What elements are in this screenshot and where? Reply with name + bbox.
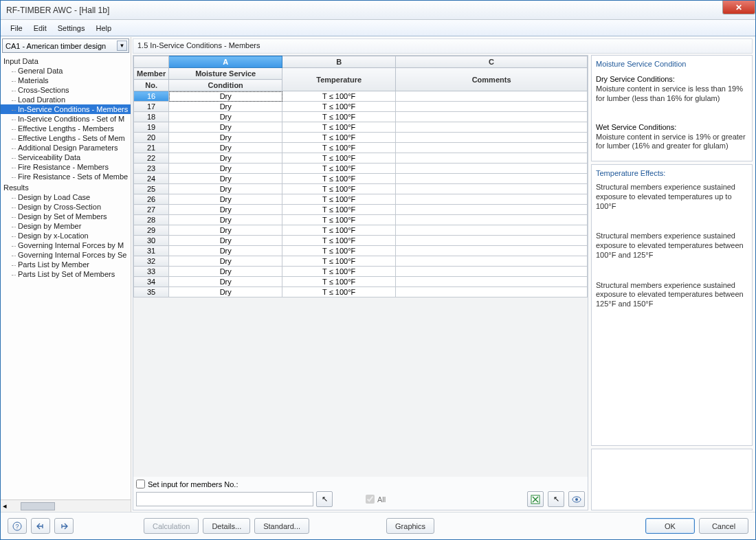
cell[interactable] bbox=[396, 91, 588, 102]
cell[interactable]: Dry bbox=[169, 256, 282, 267]
menu-settings[interactable]: Settings bbox=[52, 21, 91, 35]
view-toggle-button[interactable] bbox=[568, 491, 585, 507]
nav-prev-button[interactable] bbox=[31, 518, 50, 534]
cell[interactable]: T ≤ 100°F bbox=[282, 184, 396, 194]
details-button[interactable]: Details... bbox=[203, 518, 250, 534]
cell[interactable]: T ≤ 100°F bbox=[282, 153, 396, 164]
scroll-thumb[interactable] bbox=[21, 502, 55, 510]
row-header[interactable]: 26 bbox=[134, 194, 169, 205]
table-row[interactable]: 17DryT ≤ 100°F bbox=[134, 102, 588, 112]
table-row[interactable]: 20DryT ≤ 100°F bbox=[134, 133, 588, 143]
tree-item[interactable]: Fire Resistance - Sets of Membe bbox=[1, 172, 131, 181]
cell[interactable]: Dry bbox=[169, 277, 282, 287]
cell[interactable]: Dry bbox=[169, 215, 282, 225]
standard-button[interactable]: Standard... bbox=[254, 518, 309, 534]
tree-item[interactable]: Design by x-Location bbox=[1, 231, 131, 240]
row-header[interactable]: 33 bbox=[134, 267, 169, 277]
table-row[interactable]: 24DryT ≤ 100°F bbox=[134, 174, 588, 184]
cell[interactable] bbox=[396, 143, 588, 153]
row-header[interactable]: 17 bbox=[134, 102, 169, 112]
pick-view-button[interactable]: ↖ bbox=[548, 491, 564, 507]
row-header[interactable]: 25 bbox=[134, 184, 169, 194]
row-header[interactable]: 35 bbox=[134, 287, 169, 297]
cell[interactable] bbox=[396, 277, 588, 287]
tree-item[interactable]: Parts List by Set of Members bbox=[1, 269, 131, 279]
tree-item[interactable]: Design by Member bbox=[1, 221, 131, 231]
table-row[interactable]: 25DryT ≤ 100°F bbox=[134, 184, 588, 194]
cell[interactable]: Dry bbox=[169, 236, 282, 246]
cell[interactable]: Dry bbox=[169, 102, 282, 112]
table-row[interactable]: 34DryT ≤ 100°F bbox=[134, 277, 588, 287]
cell[interactable]: T ≤ 100°F bbox=[282, 143, 396, 153]
tree-item[interactable]: In-Service Conditions - Set of M bbox=[1, 114, 131, 124]
table-row[interactable]: 22DryT ≤ 100°F bbox=[134, 153, 588, 164]
cell[interactable] bbox=[396, 174, 588, 184]
tree-item[interactable]: Design by Cross-Section bbox=[1, 202, 131, 212]
cell[interactable]: Dry bbox=[169, 133, 282, 143]
row-header[interactable]: 31 bbox=[134, 246, 169, 256]
cell[interactable]: Dry bbox=[169, 112, 282, 122]
cell[interactable] bbox=[396, 205, 588, 215]
tree-group-label[interactable]: Input Data bbox=[1, 56, 131, 66]
tree-item[interactable]: Effective Lengths - Members bbox=[1, 124, 131, 133]
row-header[interactable]: 29 bbox=[134, 225, 169, 236]
row-header[interactable]: 23 bbox=[134, 164, 169, 174]
tree-item[interactable]: Governing Internal Forces by Se bbox=[1, 250, 131, 260]
cell[interactable]: T ≤ 100°F bbox=[282, 102, 396, 112]
menu-file[interactable]: File bbox=[5, 21, 28, 35]
cancel-button[interactable]: Cancel bbox=[699, 518, 748, 534]
col-letter-c[interactable]: C bbox=[396, 56, 588, 68]
cell[interactable]: Dry bbox=[169, 174, 282, 184]
cell[interactable] bbox=[396, 287, 588, 297]
cell[interactable]: T ≤ 100°F bbox=[282, 112, 396, 122]
col-letter-b[interactable]: B bbox=[282, 56, 396, 68]
cell[interactable] bbox=[396, 267, 588, 277]
cell[interactable] bbox=[396, 246, 588, 256]
table-row[interactable]: 21DryT ≤ 100°F bbox=[134, 143, 588, 153]
calculation-button[interactable]: Calculation bbox=[144, 518, 199, 534]
export-excel-button[interactable] bbox=[527, 491, 544, 507]
cell[interactable] bbox=[396, 215, 588, 225]
all-checkbox[interactable] bbox=[366, 495, 375, 504]
cell[interactable]: Dry bbox=[169, 246, 282, 256]
row-header[interactable]: 21 bbox=[134, 143, 169, 153]
cell[interactable]: Dry bbox=[169, 122, 282, 133]
cell[interactable] bbox=[396, 194, 588, 205]
table-row[interactable]: 29DryT ≤ 100°F bbox=[134, 225, 588, 236]
set-input-checkbox[interactable] bbox=[136, 480, 145, 488]
cell[interactable]: T ≤ 100°F bbox=[282, 236, 396, 246]
table-row[interactable]: 33DryT ≤ 100°F bbox=[134, 267, 588, 277]
cell[interactable]: T ≤ 100°F bbox=[282, 246, 396, 256]
cell[interactable]: T ≤ 100°F bbox=[282, 287, 396, 297]
table-row[interactable]: 31DryT ≤ 100°F bbox=[134, 246, 588, 256]
tree-item[interactable]: Cross-Sections bbox=[1, 85, 131, 95]
tree-item[interactable]: Effective Lengths - Sets of Mem bbox=[1, 133, 131, 143]
tree-item[interactable]: Governing Internal Forces by M bbox=[1, 240, 131, 250]
cell[interactable] bbox=[396, 184, 588, 194]
cell[interactable]: T ≤ 100°F bbox=[282, 164, 396, 174]
tree-group-label[interactable]: Results bbox=[1, 183, 131, 192]
row-header[interactable]: 28 bbox=[134, 215, 169, 225]
cell[interactable]: T ≤ 100°F bbox=[282, 91, 396, 102]
tree-item[interactable]: Design by Load Case bbox=[1, 192, 131, 202]
tree-item[interactable]: Parts List by Member bbox=[1, 260, 131, 269]
cell[interactable] bbox=[396, 133, 588, 143]
tree-item[interactable]: Serviceability Data bbox=[1, 153, 131, 162]
row-header[interactable]: 16 bbox=[134, 91, 169, 102]
menu-help[interactable]: Help bbox=[90, 21, 117, 35]
row-header[interactable]: 22 bbox=[134, 153, 169, 164]
case-combo[interactable]: CA1 - American timber design ▼ bbox=[2, 38, 129, 53]
pick-members-button[interactable]: ↖ bbox=[316, 491, 333, 507]
menu-edit[interactable]: Edit bbox=[28, 21, 52, 35]
table-row[interactable]: 23DryT ≤ 100°F bbox=[134, 164, 588, 174]
tree-item[interactable]: Load Duration bbox=[1, 95, 131, 104]
sidebar-hscroll[interactable]: ◂ bbox=[1, 499, 131, 512]
cell[interactable]: Dry bbox=[169, 225, 282, 236]
table-row[interactable]: 30DryT ≤ 100°F bbox=[134, 236, 588, 246]
row-header[interactable]: 18 bbox=[134, 112, 169, 122]
table-row[interactable]: 32DryT ≤ 100°F bbox=[134, 256, 588, 267]
col-letter-a[interactable]: A bbox=[169, 56, 282, 68]
table-row[interactable]: 28DryT ≤ 100°F bbox=[134, 215, 588, 225]
cell[interactable] bbox=[396, 112, 588, 122]
table-row[interactable]: 19DryT ≤ 100°F bbox=[134, 122, 588, 133]
